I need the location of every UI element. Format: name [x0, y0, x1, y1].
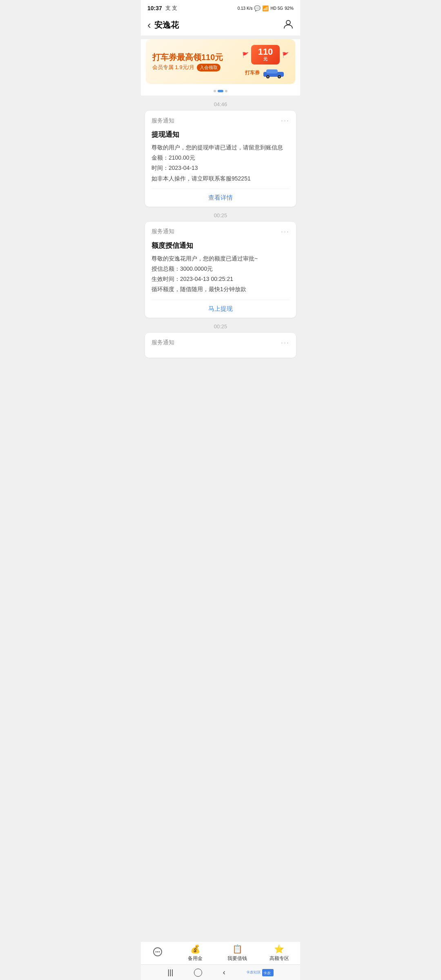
card-title-2: 额度授信通知	[151, 241, 290, 250]
card-source-1: 服务通知	[151, 117, 174, 125]
banner-container: 打车券最高领110元 会员专属 1.9元/月 入会领取 🚩 110 元 🚩 打车…	[141, 39, 300, 96]
alipay-icons: 支 支	[165, 4, 178, 12]
svg-point-6	[278, 76, 280, 78]
car-icon	[261, 67, 286, 78]
main-content: 打车券最高领110元 会员专属 1.9元/月 入会领取 🚩 110 元 🚩 打车…	[141, 39, 300, 392]
coupon-unit: 元	[256, 56, 275, 62]
card-header-3: 服务通知 ···	[151, 339, 290, 347]
card-title-1: 提现通知	[151, 130, 290, 139]
banner-right: 🚩 110 元 🚩 打车券	[242, 45, 289, 78]
coupon-amount: 110	[256, 47, 275, 56]
page-title: 安逸花	[154, 20, 179, 31]
timestamp-1: 04:46	[141, 97, 300, 111]
message-card-1: 服务通知 ··· 提现通知 尊敬的用户，您的提现申请已通过，请留意到账信息 金额…	[145, 111, 296, 207]
card-header-2: 服务通知 ···	[151, 227, 290, 236]
status-bar: 10:37 支 支 0.13 K/s 💬 📶 HD 5G 92%	[141, 0, 300, 15]
notification-icon: 💬	[254, 5, 261, 11]
coupon-label-row: 打车券	[245, 67, 286, 78]
card-action-1[interactable]: 查看详情	[151, 189, 290, 207]
card-action-2[interactable]: 马上提现	[151, 300, 290, 318]
back-button[interactable]: ‹	[147, 19, 151, 31]
banner-title: 打车券最高领110元	[152, 52, 223, 62]
flag-icon: 🚩	[242, 52, 249, 58]
svg-point-0	[286, 20, 290, 24]
message-card-2: 服务通知 ··· 额度授信通知 尊敬的安逸花用户，您的额度已通过审批~ 授信总额…	[145, 222, 296, 318]
network-speed: 0.13 K/s	[238, 6, 253, 11]
card-body-2: 尊敬的安逸花用户，您的额度已通过审批~ 授信总额：3000.0000元 生效时间…	[151, 254, 290, 295]
banner-subtitle: 会员专属 1.9元/月 入会领取	[152, 64, 223, 71]
dot-3	[225, 90, 227, 92]
card-content-2: 额度授信通知 尊敬的安逸花用户，您的额度已通过审批~ 授信总额：3000.000…	[151, 241, 290, 295]
coupon-label: 打车券	[245, 69, 260, 76]
card-menu-1[interactable]: ···	[281, 116, 290, 125]
card-body-1: 尊敬的用户，您的提现申请已通过，请留意到账信息 金额：2100.00元 时间：2…	[151, 143, 290, 184]
battery: 92%	[285, 6, 294, 11]
card-source-3: 服务通知	[151, 339, 174, 346]
banner-subtitle-text: 会员专属 1.9元/月	[152, 64, 194, 71]
signal-label: HD 5G	[270, 6, 283, 11]
timestamp-2: 00:25	[141, 208, 300, 222]
timestamp-3: 00:25	[141, 319, 300, 333]
card-source-2: 服务通知	[151, 228, 174, 235]
dot-1	[214, 90, 216, 92]
card-header-1: 服务通知 ···	[151, 116, 290, 125]
banner[interactable]: 打车券最高领110元 会员专属 1.9元/月 入会领取 🚩 110 元 🚩 打车…	[146, 39, 295, 84]
status-time: 10:37	[147, 5, 162, 11]
banner-badge[interactable]: 入会领取	[197, 64, 220, 71]
nav-bar: ‹ 安逸花	[141, 15, 300, 36]
card-menu-3[interactable]: ···	[281, 339, 290, 347]
flag-icon-2: 🚩	[282, 52, 289, 58]
message-card-3: 服务通知 ···	[145, 333, 296, 358]
card-menu-2[interactable]: ···	[281, 227, 290, 236]
card-content-1: 提现通知 尊敬的用户，您的提现申请已通过，请留意到账信息 金额：2100.00元…	[151, 130, 290, 184]
banner-dots	[141, 87, 300, 96]
svg-point-5	[267, 76, 269, 78]
dot-2	[218, 90, 223, 92]
wifi-icon: 📶	[262, 5, 269, 11]
status-icons: 0.13 K/s 💬 📶 HD 5G 92%	[238, 5, 294, 11]
banner-coupon: 110 元	[251, 45, 280, 65]
banner-left: 打车券最高领110元 会员专属 1.9元/月 入会领取	[152, 52, 223, 71]
svg-rect-2	[266, 69, 278, 74]
user-icon[interactable]	[283, 19, 294, 32]
